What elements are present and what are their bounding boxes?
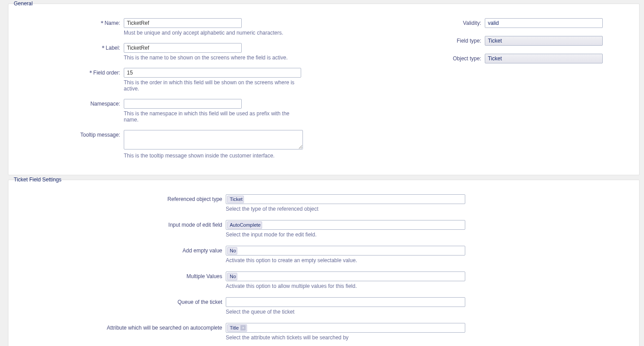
object-type-select: Ticket bbox=[485, 54, 603, 63]
field-order-row: *Field order: This is the order in which… bbox=[17, 68, 303, 97]
settings-panel: Ticket Field Settings Referenced object … bbox=[8, 180, 640, 346]
ref-object-type-row: Referenced object type Ticket Select the… bbox=[17, 194, 630, 218]
queue-select[interactable] bbox=[226, 297, 465, 307]
ref-object-type-tag: Ticket bbox=[227, 196, 244, 203]
name-label: Name: bbox=[105, 20, 120, 26]
queue-label: Queue of the ticket bbox=[177, 299, 222, 305]
queue-row: Queue of the ticket Select the queue of … bbox=[17, 297, 630, 321]
add-empty-label: Add empty value bbox=[183, 248, 222, 254]
name-input[interactable] bbox=[124, 18, 242, 28]
tooltip-row: Tooltip message: This is the tooltip mes… bbox=[17, 130, 303, 164]
search-attr-label: Attribute which will be searched on auto… bbox=[107, 325, 222, 331]
name-row: *Name: Must be unique and only accept al… bbox=[17, 18, 303, 41]
required-mark: * bbox=[89, 70, 92, 76]
add-empty-hint: Activate this option to create an empty … bbox=[226, 257, 630, 263]
settings-title: Ticket Field Settings bbox=[12, 177, 63, 183]
namespace-hint: This is the namespace in which this fiel… bbox=[124, 110, 303, 123]
tooltip-input[interactable] bbox=[124, 130, 303, 149]
ref-object-type-select[interactable]: Ticket bbox=[226, 194, 465, 204]
multiple-values-select[interactable]: No bbox=[226, 271, 465, 281]
add-empty-tag: No bbox=[227, 247, 237, 255]
label-row: *Label: This is the name to be shown on … bbox=[17, 43, 303, 66]
add-empty-row: Add empty value No Activate this option … bbox=[17, 246, 630, 270]
search-attr-select[interactable]: Title × bbox=[226, 323, 465, 333]
multiple-values-row: Multiple Values No Activate this option … bbox=[17, 271, 630, 295]
search-attr-hint: Select the attribute which tickets will … bbox=[226, 334, 630, 341]
search-attr-row: Attribute which will be searched on auto… bbox=[17, 323, 630, 346]
object-type-label: Object type: bbox=[453, 55, 481, 62]
queue-hint: Select the queue of the ticket bbox=[226, 309, 630, 315]
tooltip-label: Tooltip message: bbox=[80, 132, 120, 138]
validity-row: Validity: valid bbox=[440, 18, 630, 28]
input-mode-label: Input mode of edit field bbox=[169, 222, 222, 228]
validity-label: Validity: bbox=[463, 20, 481, 26]
label-label: Label: bbox=[106, 45, 120, 51]
namespace-row: Namespace: This is the namespace in whic… bbox=[17, 99, 303, 128]
ref-object-type-label: Referenced object type bbox=[168, 196, 222, 202]
tooltip-hint: This is the tooltip message shown inside… bbox=[124, 153, 303, 159]
label-hint: This is the name to be shown on the scre… bbox=[124, 55, 303, 61]
field-type-label: Field type: bbox=[457, 38, 481, 44]
input-mode-row: Input mode of edit field AutoComplete Se… bbox=[17, 220, 630, 244]
input-mode-hint: Select the input mode for the edit field… bbox=[226, 232, 630, 238]
general-title: General bbox=[12, 0, 35, 7]
add-empty-select[interactable]: No bbox=[226, 246, 465, 256]
namespace-input[interactable] bbox=[124, 99, 242, 109]
validity-select[interactable]: valid bbox=[485, 18, 603, 28]
multiple-values-tag: No bbox=[227, 273, 237, 280]
search-attr-tag: Title × bbox=[227, 324, 247, 332]
general-panel: General *Name: Must be unique and only a… bbox=[8, 4, 640, 175]
required-mark: * bbox=[102, 45, 105, 51]
close-icon[interactable]: × bbox=[240, 325, 246, 330]
required-mark: * bbox=[100, 20, 103, 26]
namespace-label: Namespace: bbox=[90, 101, 120, 107]
ref-object-type-hint: Select the type of the referenced object bbox=[226, 206, 630, 212]
input-mode-tag: AutoComplete bbox=[227, 221, 262, 229]
name-hint: Must be unique and only accept alphabeti… bbox=[124, 30, 303, 36]
field-order-label: Field order: bbox=[93, 70, 120, 76]
field-type-select: Ticket bbox=[485, 36, 603, 46]
multiple-values-hint: Activate this option to allow multiple v… bbox=[226, 283, 630, 289]
multiple-values-label: Multiple Values bbox=[187, 273, 222, 279]
field-order-hint: This is the order in which this field wi… bbox=[124, 79, 303, 92]
object-type-row: Object type: Ticket bbox=[440, 54, 630, 63]
input-mode-select[interactable]: AutoComplete bbox=[226, 220, 465, 230]
field-type-row: Field type: Ticket bbox=[440, 36, 630, 46]
field-order-input[interactable] bbox=[124, 68, 301, 78]
label-input[interactable] bbox=[124, 43, 242, 53]
